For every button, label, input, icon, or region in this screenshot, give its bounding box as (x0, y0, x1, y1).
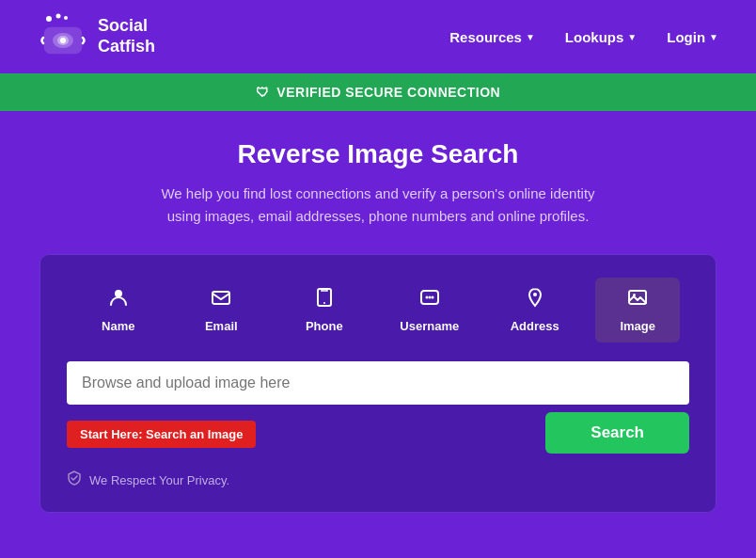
tab-image[interactable]: Image (595, 278, 680, 343)
tabs-row: Name Email (67, 278, 689, 343)
nav-login[interactable]: Login ▼ (667, 29, 718, 45)
logo-text: Social Catfish (98, 16, 155, 56)
nav-lookups[interactable]: Lookups ▼ (565, 29, 637, 45)
search-card: Name Email (39, 254, 717, 513)
tab-username[interactable]: Username (385, 278, 474, 343)
svg-point-12 (431, 296, 433, 299)
tab-phone[interactable]: Phone (282, 278, 367, 343)
image-upload-area[interactable] (67, 361, 689, 405)
main-content: Reverse Image Search We help you find lo… (0, 111, 756, 550)
svg-rect-8 (213, 292, 229, 304)
svg-point-9 (323, 302, 325, 304)
svg-point-7 (115, 290, 122, 297)
image-icon (627, 287, 648, 313)
email-icon (211, 287, 231, 313)
privacy-row: We Respect Your Privacy. (67, 470, 689, 489)
page-title: Reverse Image Search (238, 139, 519, 169)
chevron-down-icon: ▼ (627, 32, 637, 42)
image-upload-input[interactable] (67, 361, 689, 405)
tab-username-label: Username (400, 319, 459, 333)
tab-email-label: Email (205, 319, 238, 333)
tab-address-label: Address (511, 319, 559, 333)
svg-point-14 (533, 293, 537, 296)
tab-phone-label: Phone (306, 319, 343, 333)
tab-name[interactable]: Name (76, 278, 161, 343)
logo[interactable]: Social Catfish (38, 11, 155, 62)
chevron-down-icon: ▼ (709, 32, 718, 42)
svg-point-13 (428, 296, 431, 299)
svg-point-1 (56, 14, 61, 19)
start-here-badge[interactable]: Start Here: Search an Image (67, 421, 256, 448)
person-icon (108, 287, 129, 313)
chevron-down-icon: ▼ (526, 32, 535, 42)
tab-email[interactable]: Email (179, 278, 263, 343)
search-button[interactable]: Search (545, 412, 689, 454)
secure-bar: 🛡 VERIFIED SECURE CONNECTION (0, 73, 756, 111)
logo-icon (38, 11, 88, 62)
address-icon (525, 287, 545, 313)
username-icon (419, 287, 440, 313)
nav-resources[interactable]: Resources ▼ (449, 29, 535, 45)
header: Social Catfish Resources ▼ Lookups ▼ Log… (0, 0, 756, 73)
svg-point-11 (425, 296, 428, 299)
svg-point-0 (46, 16, 52, 22)
tab-image-label: Image (620, 319, 655, 333)
svg-point-2 (64, 16, 68, 20)
phone-icon (314, 287, 335, 313)
privacy-shield-icon (67, 470, 82, 489)
page-description: We help you find lost connections and ve… (152, 183, 604, 228)
tab-name-label: Name (102, 319, 134, 333)
action-row: Start Here: Search an Image Search (67, 414, 689, 454)
svg-rect-15 (629, 291, 646, 304)
nav: Resources ▼ Lookups ▼ Login ▼ (449, 29, 718, 45)
tab-address[interactable]: Address (493, 278, 577, 343)
privacy-text: We Respect Your Privacy. (89, 473, 229, 487)
shield-icon: 🛡 (256, 85, 270, 100)
svg-point-6 (60, 38, 66, 43)
